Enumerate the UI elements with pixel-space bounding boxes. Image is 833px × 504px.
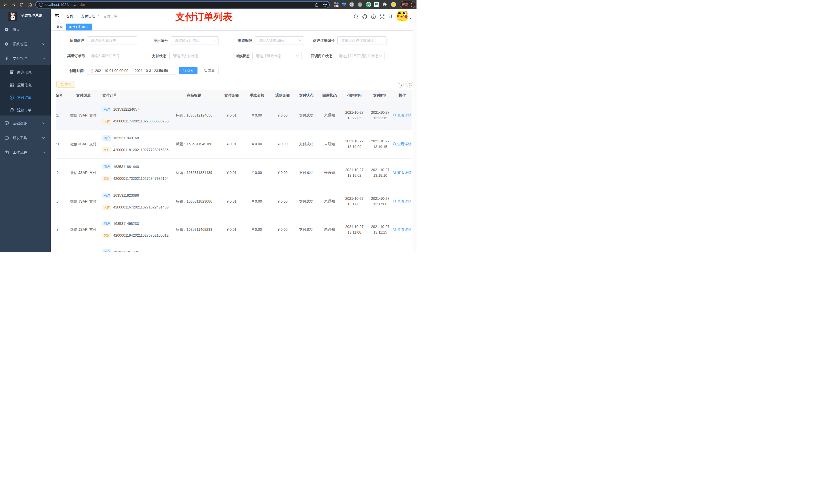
svg-text:?: ? (373, 15, 375, 18)
svg-text:10: 10 (336, 5, 338, 7)
svg-text:¥: ¥ (11, 96, 13, 99)
svg-text:y: y (367, 3, 370, 6)
